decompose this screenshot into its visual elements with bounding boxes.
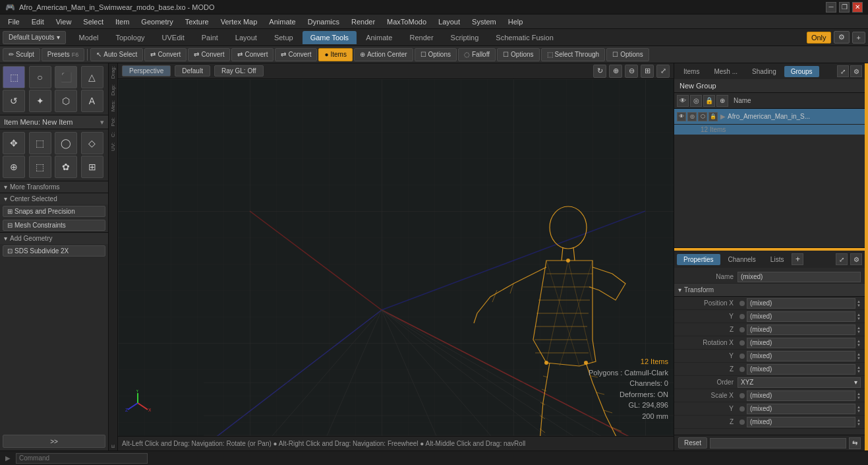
tool-hex[interactable]: ⬡ <box>55 90 77 112</box>
prop-arrows-pos-z[interactable]: ▲ ▼ <box>857 326 861 334</box>
props-add-tab-btn[interactable]: + <box>792 253 803 265</box>
prop-arrows-rot-z[interactable]: ▲ ▼ <box>857 365 861 373</box>
props-expand-icon[interactable]: ⤢ <box>836 253 848 265</box>
item-menu-bar[interactable]: Item Menu: New Item ▾ <box>0 115 108 129</box>
tab-add-btn[interactable]: Only <box>807 32 831 44</box>
tool-move[interactable]: ✥ <box>3 132 25 154</box>
menu-file[interactable]: File <box>3 16 25 27</box>
select-through-btn[interactable]: ⬚ Select Through <box>541 48 606 61</box>
rp-tab-mesh[interactable]: Mesh ... <box>707 66 744 77</box>
prop-value-pos-y[interactable]: (mixed) <box>747 311 855 322</box>
list-add-icon[interactable]: ⊕ <box>716 95 728 107</box>
menu-system[interactable]: System <box>467 16 502 27</box>
menu-maxtomodo[interactable]: MaxToModo <box>382 16 432 27</box>
prop-arrows-rot-y[interactable]: ▲ ▼ <box>857 352 861 360</box>
tool-cone[interactable]: △ <box>81 66 103 88</box>
zoom-in-icon[interactable]: ⊕ <box>609 65 622 78</box>
menu-render[interactable]: Render <box>346 16 380 27</box>
section-transform[interactable]: ▾ Transform <box>674 284 865 297</box>
prop-arrows-scale-y[interactable]: ▲ ▼ <box>857 405 861 413</box>
more-transforms-btn[interactable]: ▾ More Transforms <box>0 181 108 193</box>
convert-btn-1[interactable]: ⇄ Convert <box>144 48 187 61</box>
tab-schematic[interactable]: Schematic Fusion <box>488 31 561 44</box>
tab-model[interactable]: Model <box>71 31 107 44</box>
fit-icon[interactable]: ⊞ <box>641 65 654 78</box>
prop-arrows-rot-x[interactable]: ▲ ▼ <box>857 339 861 347</box>
menu-dynamics[interactable]: Dynamics <box>303 16 345 27</box>
convert-btn-3[interactable]: ⇄ Convert <box>231 48 274 61</box>
layouts-dropdown[interactable]: Default Layouts ▾ <box>3 31 66 44</box>
list-render-icon[interactable]: ◎ <box>690 95 702 107</box>
rp-tab-items[interactable]: Items <box>677 66 706 77</box>
rp-settings-icon[interactable]: ⚙ <box>850 65 862 77</box>
rotate-view-icon[interactable]: ↻ <box>593 65 606 78</box>
minimize-btn[interactable]: ─ <box>826 2 836 13</box>
auto-select-btn[interactable]: ↖ Auto Select <box>90 48 143 61</box>
prop-value-pos-x[interactable]: (mixed) <box>747 298 855 309</box>
convert-btn-2[interactable]: ⇄ Convert <box>188 48 230 61</box>
mesh-constraints-btn[interactable]: ⊟ Mesh Constraints <box>3 220 105 231</box>
sds-subdivide-btn[interactable]: ⊡ SDS Subdivide 2X <box>3 245 105 257</box>
tool-square[interactable]: ⬚ <box>29 156 51 178</box>
command-input[interactable] <box>16 453 148 464</box>
options-btn-3[interactable]: ☐ Options <box>606 48 649 61</box>
sculpt-btn[interactable]: ✏ Sculpt <box>3 48 40 61</box>
prop-value-scale-y[interactable]: (mixed) <box>747 404 855 414</box>
viewport-canvas[interactable]: 12 Items Polygons : Catmull-Clark Channe… <box>118 79 674 436</box>
items-btn[interactable]: ● Items <box>318 48 353 61</box>
prop-value-name[interactable]: (mixed) <box>738 272 861 282</box>
tab-topology[interactable]: Topology <box>107 31 152 44</box>
prop-value-rot-z[interactable]: (mixed) <box>747 364 855 375</box>
list-lock-icon[interactable]: 🔒 <box>703 95 715 107</box>
add-geometry-btn[interactable]: ▾ Add Geometry <box>0 232 108 244</box>
snaps-precision-btn[interactable]: ⊞ Snaps and Precision <box>3 206 105 217</box>
tab-render[interactable]: Render <box>401 31 441 44</box>
menu-view[interactable]: View <box>51 16 77 27</box>
zoom-out-icon[interactable]: ⊖ <box>625 65 638 78</box>
ray-gl-btn[interactable]: Ray GL: Off <box>214 65 264 77</box>
expand-left-btn[interactable]: >> <box>3 435 105 448</box>
menu-vertex-map[interactable]: Vertex Map <box>216 16 263 27</box>
tool-cylinder[interactable]: ⬛ <box>55 66 77 88</box>
tab-new-btn[interactable]: + <box>852 32 865 44</box>
tool-text[interactable]: A <box>81 90 103 112</box>
props-tab-channels[interactable]: Channels <box>722 254 763 265</box>
options-btn-2[interactable]: ☐ Options <box>497 48 539 61</box>
props-tab-properties[interactable]: Properties <box>677 254 720 265</box>
tool-cube[interactable]: ⬚ <box>3 66 25 88</box>
rp-tab-groups[interactable]: Groups <box>784 66 819 77</box>
rp-expand-icon[interactable]: ⤢ <box>837 65 849 77</box>
menu-edit[interactable]: Edit <box>26 16 49 27</box>
rp-tab-shading[interactable]: Shading <box>745 66 783 77</box>
falloff-btn[interactable]: ◌ Falloff <box>458 48 496 61</box>
tool-rotate[interactable]: ↺ <box>3 90 25 112</box>
tool-sphere[interactable]: ○ <box>29 66 51 88</box>
tab-settings-btn[interactable]: ⚙ <box>834 31 850 44</box>
menu-layout[interactable]: Layout <box>433 16 465 27</box>
tab-setup[interactable]: Setup <box>266 31 301 44</box>
arrow-down-pos-x[interactable]: ▼ <box>857 303 861 307</box>
prop-value-rot-x[interactable]: (mixed) <box>747 338 855 348</box>
props-tab-lists[interactable]: Lists <box>764 254 791 265</box>
tool-grid[interactable]: ⊞ <box>81 156 103 178</box>
props-settings-icon[interactable]: ⚙ <box>850 253 862 265</box>
tab-scripting[interactable]: Scripting <box>443 31 487 44</box>
close-btn[interactable]: ✕ <box>852 2 863 13</box>
presets-btn[interactable]: Presets F6 <box>42 48 84 61</box>
prop-arrows-pos-y[interactable]: ▲ ▼ <box>857 313 861 321</box>
title-bar-controls[interactable]: ─ ❐ ✕ <box>826 2 863 13</box>
expand-icon[interactable]: ⤢ <box>656 65 670 78</box>
prop-value-rot-y[interactable]: (mixed) <box>747 351 855 361</box>
menu-item[interactable]: Item <box>110 16 134 27</box>
list-eye-icon[interactable]: 👁 <box>677 95 689 107</box>
menu-help[interactable]: Help <box>503 16 529 27</box>
menu-animate[interactable]: Animate <box>264 16 301 27</box>
list-item-main[interactable]: 👁 ◎ ⬡ 🔒 ▶ Afro_American_Man_in_S... <box>674 109 865 125</box>
center-selected-btn[interactable]: ▾ Center Selected <box>0 193 108 204</box>
prop-arrows-scale-x[interactable]: ▲ ▼ <box>857 392 861 400</box>
maximize-btn[interactable]: ❐ <box>839 2 850 13</box>
prop-value-scale-x[interactable]: (mixed) <box>747 390 855 401</box>
tab-animate[interactable]: Animate <box>358 31 400 44</box>
convert-btn-4[interactable]: ⇄ Convert <box>275 48 317 61</box>
options-btn-1[interactable]: ☐ Options <box>415 48 457 61</box>
